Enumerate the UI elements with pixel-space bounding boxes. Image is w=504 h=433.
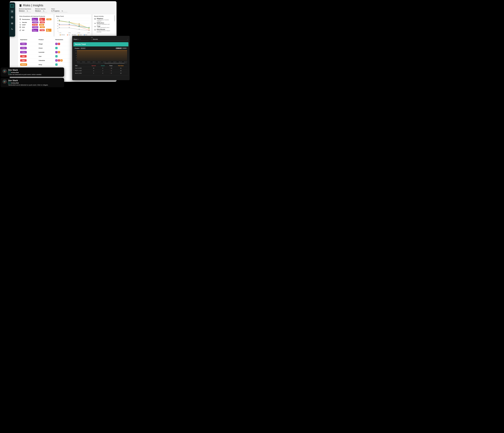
type-selector[interactable]: Type Secrets (91, 37, 128, 41)
slack-notification[interactable]: Dev Slack aArnica Bot Hardcoded secret d… (0, 78, 64, 87)
overlay-burn-toggle[interactable]: OVERLAY BURN (115, 47, 127, 49)
card-title: Risks Trend (56, 16, 90, 17)
status-check (55, 47, 58, 49)
count-badge: 7 (58, 59, 60, 61)
importance-pill: Critical (20, 47, 27, 49)
secrets-icon (91, 39, 92, 40)
column-header[interactable]: Permissions (54, 38, 74, 42)
svg-point-64 (89, 28, 90, 28)
svg-text:15: 15 (79, 25, 80, 26)
severity-pill: 4 Critical (32, 18, 38, 21)
hash-icon (94, 22, 96, 24)
slack-notification[interactable]: Dev Slack aArnica Bot Code risk detected… (0, 68, 64, 77)
nav-users[interactable] (10, 27, 14, 31)
svg-text:2: 2 (20, 6, 20, 7)
severity-pill: 24 High (32, 24, 38, 26)
chevron-down-icon (127, 39, 128, 40)
shield-lock-icon (19, 18, 21, 20)
chart-scrollbar[interactable] (77, 63, 127, 64)
column-header[interactable]: Product (38, 38, 54, 42)
svg-text:18: 18 (59, 24, 60, 24)
svg-text:19: 19 (79, 23, 80, 24)
risks-breakdown-card: Risks Breakdown (All Selected Products) … (18, 14, 53, 39)
search-icon (80, 39, 81, 40)
card-title: Risks Breakdown (All Selected Products) (19, 16, 52, 17)
nav-inventory[interactable] (10, 21, 14, 25)
slack-icon (2, 69, 7, 73)
table-row: Feb 13, 2023 15 0 15 15 (75, 67, 127, 69)
shield-home-icon (11, 10, 13, 13)
recent-activity-card: Recent Activity Mitigations2 permissions… (93, 14, 115, 39)
clipboard-icon: 12 (19, 4, 22, 7)
svg-point-17 (20, 22, 20, 23)
brand-logo: a (11, 4, 14, 8)
severity-pill: 8 Med (39, 24, 44, 26)
svg-text:14: 14 (79, 26, 80, 26)
toast-bot: aArnica Bot (8, 82, 48, 84)
activity-item: Mitigations2 permissions, 4 secrets miti… (94, 18, 114, 22)
svg-rect-75 (4, 71, 5, 72)
svg-rect-83 (4, 82, 5, 83)
svg-text:22: 22 (69, 21, 70, 22)
svg-point-85 (5, 81, 5, 82)
product-chip: Wasabi (81, 47, 86, 49)
breakdown-row: Permissions4 Critical17 High6 Med (19, 18, 52, 21)
column-header[interactable]: Importance (19, 38, 38, 42)
svg-rect-76 (5, 71, 6, 71)
svg-point-48 (89, 28, 90, 29)
severity-pill: 3 High (40, 29, 45, 31)
svg-text:17: 17 (79, 24, 80, 25)
toast-bot: aArnica Bot (8, 71, 42, 73)
filter-min-importance[interactable]: Minimum Importance Medium (19, 8, 31, 12)
move-icon (94, 26, 96, 27)
svg-point-50 (59, 24, 60, 25)
svg-point-86 (4, 81, 5, 81)
svg-text:8: 8 (89, 29, 89, 30)
nav-calendar[interactable] (10, 16, 14, 19)
svg-rect-82 (4, 81, 4, 81)
svg-point-80 (4, 71, 5, 71)
filter-status[interactable]: Status In Progress (51, 8, 67, 12)
calendar-icon (11, 16, 13, 18)
key-icon (19, 21, 21, 23)
status-check (55, 55, 58, 57)
svg-point-72 (91, 39, 91, 39)
table-row: Mar 02, 2023 2 0 2 18 (75, 72, 127, 75)
svg-point-10 (27, 10, 28, 11)
secrets-data-table: Date Opened Closed Trend Total Open Feb … (75, 64, 127, 74)
svg-point-14 (62, 10, 63, 11)
severity-pill: 9 Critical (32, 29, 38, 32)
count-badge: 8 (58, 51, 60, 53)
user-key-icon (11, 28, 13, 30)
search-icon (43, 10, 45, 12)
svg-point-62 (79, 26, 80, 27)
svg-line-13 (44, 11, 44, 11)
search-icon (27, 10, 28, 12)
svg-point-18 (59, 21, 60, 21)
nav-home[interactable] (10, 10, 14, 13)
svg-rect-73 (5, 70, 5, 71)
svg-point-88 (4, 82, 5, 82)
severity-pill: 3 Med (40, 26, 45, 28)
svg-text:12: 12 (69, 27, 70, 27)
count-badge: 1 (58, 43, 60, 45)
svg-point-70 (80, 39, 81, 39)
toast-message: Code risk detected on push event. Action… (8, 74, 42, 75)
svg-text:7: 7 (89, 30, 89, 30)
svg-rect-84 (5, 82, 6, 82)
scrollbar[interactable] (114, 15, 115, 21)
slack-icon (2, 79, 7, 84)
svg-rect-16 (20, 19, 20, 20)
page-header: 12 Risks | Insights Minimum Importance M… (19, 4, 115, 12)
toast-channel: Dev Slack (8, 69, 42, 71)
table-row: Feb 24, 2023 3 2 1 16 (75, 69, 127, 72)
secrets-trend-header: Secrets Trend (73, 42, 128, 46)
count-badge: 4 (55, 43, 58, 45)
toast-channel: Dev Slack (8, 79, 48, 82)
activity-item: Notifications34 Slack notifications sent (94, 22, 114, 25)
status-check (55, 63, 58, 66)
svg-point-5 (11, 28, 12, 29)
filter-min-severity[interactable]: Minimum Severity Medium (35, 8, 47, 12)
count-badge: 2 (55, 59, 58, 61)
repo-selector[interactable]: Repo 1 (74, 37, 89, 41)
